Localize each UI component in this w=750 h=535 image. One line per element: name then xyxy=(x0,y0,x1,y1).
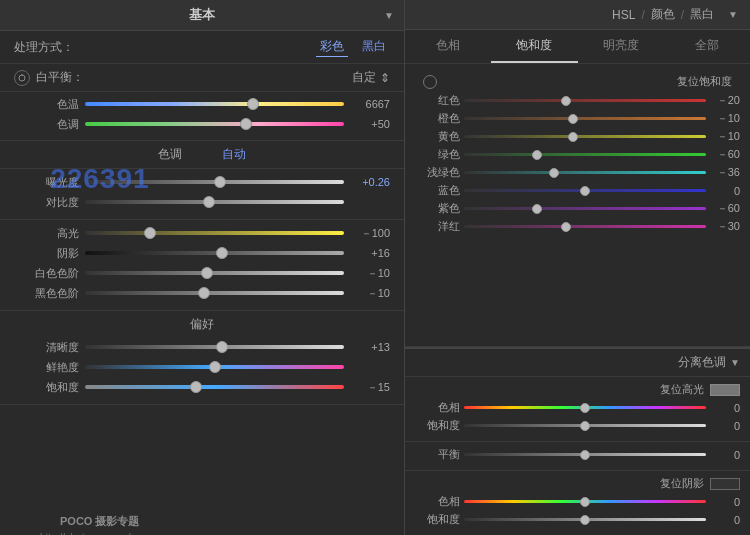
shadow-hue-slider[interactable] xyxy=(464,495,706,509)
hsl-slider-aqua[interactable] xyxy=(464,166,706,180)
hsl-value-purple: －60 xyxy=(710,201,740,216)
right-panel: HSL / 颜色 / 黑白 ▼ 色相 饱和度 明亮度 全部 复位饱和度 红色 －… xyxy=(405,0,750,535)
hsl-label-orange: 橙色 xyxy=(415,111,460,126)
hsl-slider-orange[interactable] xyxy=(464,112,706,126)
highlight-slider[interactable] xyxy=(85,225,344,241)
exposure-slider[interactable] xyxy=(85,174,344,190)
saturation-value: －15 xyxy=(350,380,390,395)
bw-label[interactable]: 黑白 xyxy=(690,6,714,23)
hsl-row-aqua: 浅绿色 －36 xyxy=(415,165,740,180)
process-color[interactable]: 彩色 xyxy=(316,37,348,57)
hsl-tabs: HSL / 颜色 / 黑白 xyxy=(612,6,714,23)
temp-row: 色温 6667 xyxy=(14,96,390,112)
shadow-split-header: 复位阴影 xyxy=(415,476,740,491)
sep2: / xyxy=(681,8,684,22)
shadow-slider[interactable] xyxy=(85,245,344,261)
right-panel-arrow[interactable]: ▼ xyxy=(728,9,738,20)
highlight-sat-slider[interactable] xyxy=(464,419,706,433)
contrast-row: 对比度 xyxy=(14,194,390,210)
auto-button[interactable]: 自动 xyxy=(222,146,246,163)
watermark-brand: POCO 摄影专题 xyxy=(60,514,139,529)
prefer-section: 偏好 清晰度 +13 鲜艳度 饱和度 －15 xyxy=(0,311,404,405)
saturation-slider[interactable] xyxy=(85,379,344,395)
highlight-sat-value: 0 xyxy=(710,420,740,432)
highlight-hue-row: 色相 0 xyxy=(415,400,740,415)
highlight-hue-label: 色相 xyxy=(415,400,460,415)
hsl-label: HSL xyxy=(612,8,635,22)
balance-value: 0 xyxy=(710,449,740,461)
hsl-row-green: 绿色 －60 xyxy=(415,147,740,162)
hsl-label-magenta: 洋红 xyxy=(415,219,460,234)
wb-symbol[interactable]: ⇕ xyxy=(380,71,390,85)
hsl-slider-red[interactable] xyxy=(464,94,706,108)
highlight-sat-label: 饱和度 xyxy=(415,418,460,433)
shadow-label: 阴影 xyxy=(14,246,79,261)
tint-slider[interactable] xyxy=(85,116,344,132)
hsl-section-title: 复位饱和度 xyxy=(677,74,732,89)
hsl-row-magenta: 洋红 －30 xyxy=(415,219,740,234)
contrast-slider[interactable] xyxy=(85,194,344,210)
split-title: 分离色调 xyxy=(678,354,726,371)
highlight-swatch xyxy=(710,384,740,396)
left-panel-arrow[interactable]: ▼ xyxy=(384,10,394,21)
process-label: 处理方式： xyxy=(14,39,74,56)
tab-all[interactable]: 全部 xyxy=(664,30,750,63)
tab-saturation[interactable]: 饱和度 xyxy=(491,30,577,63)
hsl-value-green: －60 xyxy=(710,147,740,162)
exposure-value: +0.26 xyxy=(350,176,390,188)
sep1: / xyxy=(641,8,644,22)
white-value: －10 xyxy=(350,266,390,281)
highlight-row: 高光 －100 xyxy=(14,225,390,241)
balance-label: 平衡 xyxy=(415,447,460,462)
wb-value: 自定 ⇕ xyxy=(352,69,390,86)
shadow-swatch xyxy=(710,478,740,490)
temp-value: 6667 xyxy=(350,98,390,110)
hsl-slider-magenta[interactable] xyxy=(464,220,706,234)
shadow-hue-value: 0 xyxy=(710,496,740,508)
hsl-slider-purple[interactable] xyxy=(464,202,706,216)
color-label[interactable]: 颜色 xyxy=(651,6,675,23)
white-slider[interactable] xyxy=(85,265,344,281)
tab-hue[interactable]: 色相 xyxy=(405,30,491,63)
shadow-hue-label: 色相 xyxy=(415,494,460,509)
temp-slider[interactable] xyxy=(85,96,344,112)
exp-row-section: 曝光度 +0.26 对比度 xyxy=(0,169,404,219)
shadow-hue-row: 色相 0 xyxy=(415,494,740,509)
clarity-slider[interactable] xyxy=(85,339,344,355)
tint-value: +50 xyxy=(350,118,390,130)
vibrance-slider[interactable] xyxy=(85,359,344,375)
wb-row: 白平衡： 自定 ⇕ xyxy=(0,64,404,92)
wb-value-text: 自定 xyxy=(352,69,376,86)
shadow-row: 阴影 +16 xyxy=(14,245,390,261)
black-value: －10 xyxy=(350,286,390,301)
tone-header: 色调 自动 xyxy=(0,140,404,169)
hsl-value-aqua: －36 xyxy=(710,165,740,180)
left-panel: 基本 ▼ 处理方式： 彩色 黑白 白平衡： 自定 ⇕ 色温 6667 xyxy=(0,0,405,535)
hsl-slider-yellow[interactable] xyxy=(464,130,706,144)
hsl-row-orange: 橙色 －10 xyxy=(415,111,740,126)
highlight-hue-slider[interactable] xyxy=(464,401,706,415)
hsl-circle-icon xyxy=(423,75,437,89)
hsl-slider-green[interactable] xyxy=(464,148,706,162)
clarity-row: 清晰度 +13 xyxy=(14,339,390,355)
wb-icon[interactable] xyxy=(14,70,30,86)
process-bw[interactable]: 黑白 xyxy=(358,37,390,57)
saturation-label: 饱和度 xyxy=(14,380,79,395)
balance-slider[interactable] xyxy=(464,448,706,462)
temp-label: 色温 xyxy=(14,97,79,112)
hsl-label-red: 红色 xyxy=(415,93,460,108)
hsl-value-blue: 0 xyxy=(710,185,740,197)
tabs-row: 色相 饱和度 明亮度 全部 xyxy=(405,30,750,64)
highlight-split-section: 复位高光 色相 0 饱和度 0 xyxy=(405,377,750,442)
balance-row: 平衡 0 xyxy=(415,447,740,462)
clarity-value: +13 xyxy=(350,341,390,353)
black-label: 黑色色阶 xyxy=(14,286,79,301)
split-arrow[interactable]: ▼ xyxy=(730,357,740,368)
clarity-label: 清晰度 xyxy=(14,340,79,355)
shadow-sat-slider[interactable] xyxy=(464,513,706,527)
tab-luminance[interactable]: 明亮度 xyxy=(578,30,664,63)
hsl-slider-blue[interactable] xyxy=(464,184,706,198)
black-slider[interactable] xyxy=(85,285,344,301)
hsl-value-red: －20 xyxy=(710,93,740,108)
contrast-label: 对比度 xyxy=(14,195,79,210)
